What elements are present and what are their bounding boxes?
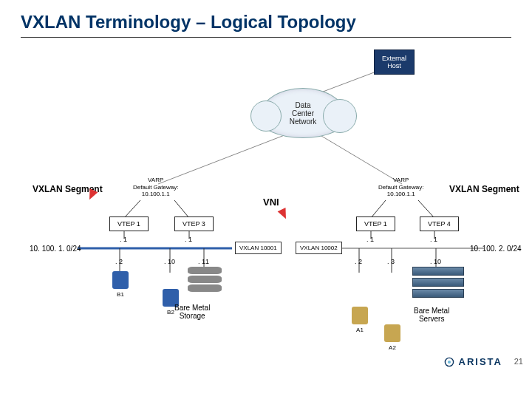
vm-a1: A1: [352, 307, 368, 324]
svg-point-20: [447, 360, 450, 363]
ip-dot3: . 3: [387, 258, 395, 265]
disk-icon: [188, 276, 222, 283]
bare-metal-storage-label: Bare Metal Storage: [174, 304, 210, 320]
svg-line-4: [174, 200, 189, 218]
svg-line-5: [371, 200, 386, 218]
subnet-right: 10. 100. 2. 0/24: [470, 245, 522, 253]
vtep-4: VTEP 4: [420, 216, 459, 231]
diagram-canvas: External Host Data Center Network VARP D…: [0, 45, 532, 370]
vm-b1: B1: [112, 271, 129, 289]
subnet-left: 10. 100. 1. 0/24: [30, 245, 81, 253]
varp-right-l1: VARP: [378, 177, 423, 184]
server-icon: [412, 289, 464, 298]
varp-right-l2: Default Gateway:: [378, 184, 423, 191]
ip-dot1: . 1: [120, 236, 127, 243]
storage-stack: [188, 267, 222, 292]
connection-lines: [0, 45, 532, 370]
vm-b1-label: B1: [112, 291, 129, 298]
ip-dot2: . 2: [115, 258, 123, 265]
ip-dot1: . 1: [430, 236, 437, 243]
ip-dot10: . 10: [164, 258, 175, 265]
brand-logo: ARISTA: [444, 356, 502, 367]
varp-left-l1: VARP: [133, 177, 178, 184]
ip-dot1: . 1: [366, 236, 374, 243]
brand-name: ARISTA: [459, 356, 502, 367]
varp-left-l2: Default Gateway:: [133, 184, 178, 191]
vtep-1-left: VTEP 1: [109, 216, 149, 231]
page-title: VXLAN Terminology – Logical Topology: [0, 0, 532, 37]
vtep-3: VTEP 3: [174, 216, 214, 231]
segment-label-right: VXLAN Segment: [449, 184, 519, 194]
external-host-box: External Host: [374, 50, 415, 75]
vm-a2-label: A2: [384, 344, 400, 351]
server-stack: [412, 267, 464, 298]
ip-dot11: . 11: [198, 258, 209, 265]
vxlan-10001: VXLAN 10001: [235, 242, 282, 254]
varp-left: VARP Default Gateway: 10.100.1.1: [133, 177, 178, 198]
varp-right: VARP Default Gateway: 10.100.1.1: [378, 177, 423, 198]
svg-line-3: [124, 200, 140, 218]
vni-label: VNI: [263, 197, 279, 208]
bare-metal-servers-label: Bare Metal Servers: [414, 307, 449, 323]
vm-a1-label: A1: [352, 327, 368, 333]
vtep-1-right: VTEP 1: [356, 216, 395, 231]
vm-a2: A2: [384, 324, 400, 342]
svg-line-6: [418, 200, 434, 218]
disk-icon: [188, 284, 222, 292]
ip-dot1: . 1: [185, 236, 192, 243]
disk-icon: [188, 267, 222, 274]
ip-dot10: . 10: [430, 258, 441, 265]
varp-left-l3: 10.100.1.1: [133, 191, 178, 198]
title-rule: [21, 37, 511, 38]
server-icon: [412, 267, 464, 276]
vxlan-10002: VXLAN 10002: [296, 242, 342, 254]
varp-right-l3: 10.100.1.1: [378, 191, 423, 198]
brand-logo-mark: [444, 357, 454, 367]
page-number: 21: [514, 357, 523, 366]
server-icon: [412, 278, 464, 287]
ip-dot2: . 2: [355, 258, 362, 265]
